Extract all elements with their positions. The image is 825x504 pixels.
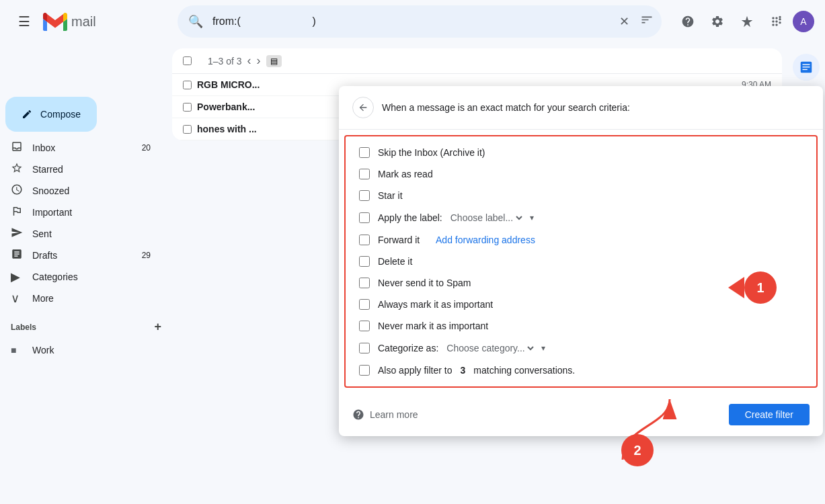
learn-more-link[interactable]: Learn more xyxy=(352,409,418,421)
annotation-2-group: 2 xyxy=(621,434,654,466)
settings-button[interactable] xyxy=(704,8,731,35)
never-spam-label: Never send it to Spam xyxy=(378,278,471,288)
filter-option-forward[interactable]: Forward it Add forwarding address xyxy=(346,229,816,251)
delete-checkbox[interactable] xyxy=(359,256,370,267)
help-circle-icon xyxy=(352,409,364,421)
starred-label: Starred xyxy=(32,164,151,175)
right-icon-sheets[interactable] xyxy=(793,54,820,81)
pagination-text: 1–3 of 3 xyxy=(208,56,242,67)
sidebar-item-sent[interactable]: Sent xyxy=(0,223,161,245)
compose-button[interactable]: Compose xyxy=(5,97,97,132)
filter-dialog: When a message is an exact match for you… xyxy=(339,86,823,436)
labels-title: Labels xyxy=(11,323,36,332)
menu-button[interactable]: ☰ xyxy=(11,8,38,35)
prev-page-button[interactable]: ‹ xyxy=(247,54,251,68)
hamburger-icon: ☰ xyxy=(18,13,30,30)
label-select[interactable]: Choose label... xyxy=(448,212,524,224)
sidebar-item-categories[interactable]: ▶ Categories xyxy=(0,266,161,288)
apply-label-checkbox[interactable] xyxy=(359,212,370,223)
view-button[interactable]: ▤ xyxy=(266,55,282,67)
topbar-left: ☰ mail xyxy=(11,8,172,35)
annotation-circle-2: 2 xyxy=(621,434,654,466)
categorize-prefix: Categorize as: xyxy=(378,343,438,353)
create-filter-label: Create filter xyxy=(745,409,793,420)
inbox-label: Inbox xyxy=(32,142,134,153)
filter-option-never-important[interactable]: Never mark it as important xyxy=(346,315,816,337)
sidebar-item-work[interactable]: ■ Work xyxy=(0,339,161,361)
email-checkbox[interactable] xyxy=(183,125,192,134)
apply-label-text: Apply the label: Choose label... ▾ xyxy=(378,212,534,224)
snoozed-icon xyxy=(11,183,24,199)
email-checkbox[interactable] xyxy=(183,103,192,112)
email-sender: Powerbank... xyxy=(197,101,305,112)
filter-option-categorize[interactable]: Categorize as: Choose category... ▾ xyxy=(346,337,816,360)
mark-read-checkbox[interactable] xyxy=(359,169,370,179)
star-checkbox[interactable] xyxy=(359,190,370,201)
avatar[interactable]: A xyxy=(793,11,814,32)
also-apply-suffix: matching conversations. xyxy=(473,365,575,376)
categorize-label-wrap: Categorize as: Choose category... ▾ xyxy=(378,342,545,354)
search-clear-icon[interactable]: ✕ xyxy=(619,14,629,29)
sparkle-button[interactable] xyxy=(734,8,760,35)
more-label: More xyxy=(32,293,151,304)
inbox-icon xyxy=(11,140,24,156)
svg-rect-1 xyxy=(803,64,810,65)
dialog-footer: Learn more Create filter xyxy=(339,393,823,436)
annotation-1-group: 1 xyxy=(728,271,777,304)
work-label-icon: ■ xyxy=(11,345,24,355)
important-label: Important xyxy=(32,207,151,218)
sidebar-item-snoozed[interactable]: Snoozed xyxy=(0,180,161,202)
also-apply-prefix: Also apply filter to xyxy=(378,365,453,376)
compose-label: Compose xyxy=(40,109,81,120)
main-layout: Compose Inbox 20 Starred Snoozed I xyxy=(0,0,825,504)
sidebar-item-inbox[interactable]: Inbox 20 xyxy=(0,137,161,159)
next-page-button[interactable]: › xyxy=(257,54,261,68)
snoozed-label: Snoozed xyxy=(32,185,151,196)
always-important-checkbox[interactable] xyxy=(359,299,370,310)
svg-rect-2 xyxy=(803,67,810,67)
create-filter-button[interactable]: Create filter xyxy=(729,404,810,425)
sidebar-item-important[interactable]: Important xyxy=(0,202,161,223)
email-checkbox[interactable] xyxy=(183,81,192,89)
forward-checkbox[interactable] xyxy=(359,235,370,245)
select-all-checkbox[interactable] xyxy=(183,56,192,65)
sidebar-item-drafts[interactable]: Drafts 29 xyxy=(0,245,161,266)
drafts-label: Drafts xyxy=(32,250,134,261)
mark-read-label: Mark as read xyxy=(378,169,433,179)
add-forwarding-link[interactable]: Add forwarding address xyxy=(436,235,535,245)
annotation-arrow-1 xyxy=(728,277,744,298)
labels-add-icon[interactable]: + xyxy=(154,320,161,334)
drafts-badge: 29 xyxy=(142,251,151,260)
skip-inbox-label: Skip the Inbox (Archive it) xyxy=(378,147,485,158)
filter-option-also-apply[interactable]: Also apply filter to 3 matching conversa… xyxy=(346,360,816,381)
category-dropdown-arrow: ▾ xyxy=(541,343,545,353)
apps-button[interactable] xyxy=(763,8,790,35)
filter-option-apply-label[interactable]: Apply the label: Choose label... ▾ xyxy=(346,206,816,229)
star-label: Star it xyxy=(378,190,403,201)
also-apply-count: 3 xyxy=(461,365,466,376)
search-input[interactable] xyxy=(178,5,662,38)
topbar: ☰ mail 🔍 ✕ xyxy=(0,0,825,43)
filter-option-skip-inbox[interactable]: Skip the Inbox (Archive it) xyxy=(346,142,816,163)
filter-option-star[interactable]: Star it xyxy=(346,185,816,206)
search-icon: 🔍 xyxy=(188,14,203,29)
back-button[interactable] xyxy=(352,97,374,118)
labels-section: Labels + xyxy=(0,314,172,339)
never-spam-checkbox[interactable] xyxy=(359,278,370,288)
also-apply-checkbox[interactable] xyxy=(359,365,370,376)
gmail-logo: mail xyxy=(43,13,96,31)
sidebar-item-starred[interactable]: Starred xyxy=(0,159,161,180)
filter-option-mark-read[interactable]: Mark as read xyxy=(346,163,816,185)
also-apply-label: Also apply filter to 3 matching conversa… xyxy=(378,365,575,376)
delete-label: Delete it xyxy=(378,256,412,267)
skip-inbox-checkbox[interactable] xyxy=(359,147,370,158)
category-select[interactable]: Choose category... xyxy=(444,342,536,354)
categorize-checkbox[interactable] xyxy=(359,343,370,353)
main-area: 1–3 of 3 ‹ › ▤ RGB MICRO... 9:30 AM Powe… xyxy=(172,43,825,504)
never-important-checkbox[interactable] xyxy=(359,321,370,331)
search-options-icon[interactable] xyxy=(640,13,654,30)
filter-option-delete[interactable]: Delete it xyxy=(346,251,816,272)
sent-label: Sent xyxy=(32,228,151,239)
sidebar-item-more[interactable]: ∨ More xyxy=(0,288,161,309)
help-button[interactable] xyxy=(674,8,701,35)
